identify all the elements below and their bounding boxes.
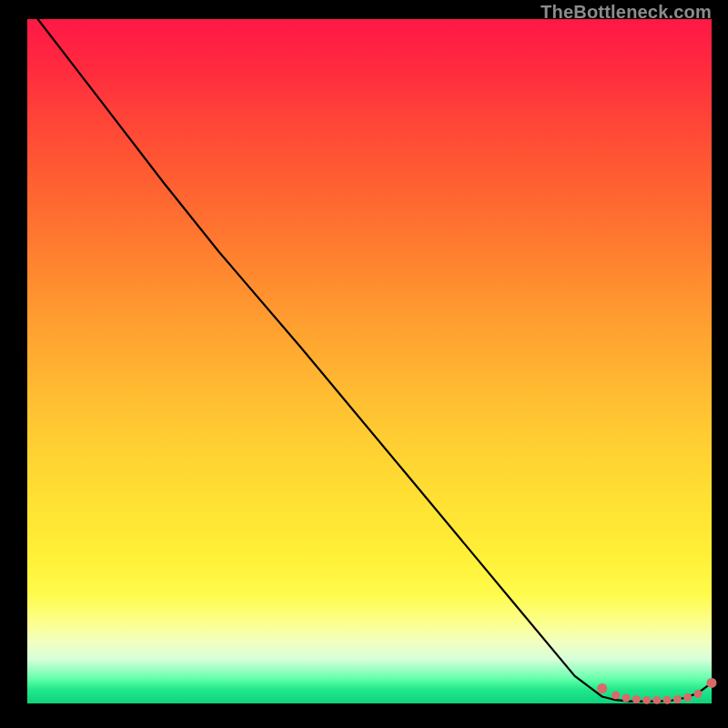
- marker-point: [694, 690, 703, 698]
- marker-point: [683, 693, 692, 702]
- bottleneck-curve: [27, 5, 712, 702]
- marker-point: [707, 678, 717, 688]
- marker-point: [632, 695, 641, 703]
- marker-point: [622, 694, 631, 703]
- chart-frame: [27, 19, 712, 703]
- watermark-text: TheBottleneck.com: [541, 2, 712, 23]
- marker-point: [663, 696, 672, 704]
- marker-point: [612, 692, 620, 700]
- chart-overlay: [27, 19, 712, 703]
- marker-point: [642, 696, 651, 704]
- marker-point: [673, 695, 682, 703]
- marker-point: [597, 683, 607, 693]
- marker-point: [652, 696, 661, 704]
